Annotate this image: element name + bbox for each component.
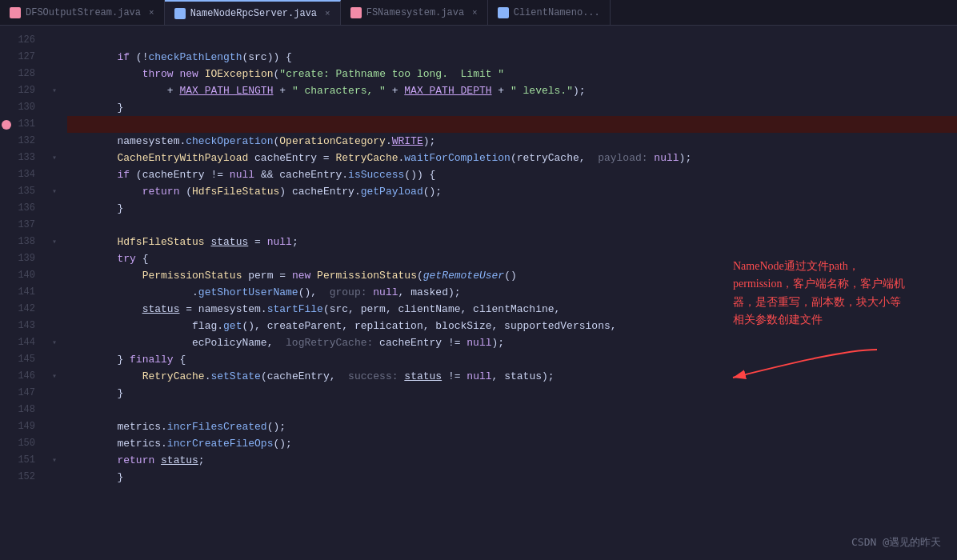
fold-142 (48, 301, 61, 318)
ln-129: 129 (0, 82, 42, 99)
code-line-133: if (cacheEntry != null && cacheEntry.isS… (67, 150, 957, 166)
code-line-137: HdfsFileStatus status = null; (67, 217, 957, 234)
tab-label-fsname: FSNamesystem.java (366, 7, 464, 18)
code-line-129: } (67, 82, 957, 99)
fold-139 (48, 250, 61, 267)
fold-152 (48, 469, 61, 486)
annotation-text: NameNode通过文件path，permission，客户端名称，客户端机器，… (733, 260, 905, 326)
editor-window: DFSOutputStream.java × NameNodeRpcServer… (0, 0, 957, 560)
fold-128 (48, 66, 61, 82)
tab-close-namenode[interactable]: × (325, 9, 330, 18)
fold-148 (48, 402, 61, 418)
code-line-130 (67, 99, 957, 116)
watermark: CSDN @遇见的昨天 (851, 534, 941, 550)
code-line-135: } (67, 183, 957, 200)
ln-140: 140 (0, 267, 42, 284)
tab-fsname[interactable]: FSNamesystem.java × (341, 0, 488, 25)
ln-138: 138 (0, 234, 42, 250)
ln-127: 127 (0, 49, 42, 66)
fold-137 (48, 217, 61, 234)
tab-label-namenode: NameNodeRpcServer.java (190, 8, 317, 19)
tab-icon-namenode (174, 8, 186, 19)
fold-150 (48, 435, 61, 452)
tab-close-fsname[interactable]: × (472, 8, 478, 18)
tab-label-client: ClientNameno... (514, 7, 600, 18)
code-line-127: throw new IOException("create: Pathname … (67, 49, 957, 66)
fold-135: ▾ (48, 183, 61, 200)
ln-144: 144 (0, 334, 42, 351)
code-line-131: namesystem.checkOperation(OperationCateg… (67, 116, 957, 133)
code-line-136 (67, 200, 957, 217)
code-line-148: metrics.incrFilesCreated(); (67, 402, 957, 418)
code-line-149: metrics.incrCreateFileOps(); (67, 418, 957, 435)
code-content[interactable]: if (!checkPathLength(src)) { throw new I… (61, 26, 957, 560)
ln-130: 130 (0, 99, 42, 116)
fold-141 (48, 284, 61, 301)
ln-147: 147 (0, 385, 42, 402)
line-number-gutter: 126 127 128 129 130 131 132 133 134 135 … (0, 26, 48, 560)
fold-140 (48, 267, 61, 284)
ln-151: 151 (0, 452, 42, 469)
ln-145: 145 (0, 351, 42, 368)
ln-126: 126 (0, 32, 42, 49)
annotation-box: NameNode通过文件path，permission，客户端名称，客户端机器，… (733, 258, 909, 330)
annotation-arrow (717, 342, 925, 390)
tab-client[interactable]: ClientNameno... (488, 0, 611, 25)
ln-150: 150 (0, 435, 42, 452)
code-line-138: try { (67, 234, 957, 250)
code-line-128: + MAX_PATH_LENGTH + " characters, " + MA… (67, 66, 957, 82)
fold-126 (48, 32, 61, 49)
tab-icon-dfs (10, 7, 21, 18)
fold-136 (48, 200, 61, 217)
fold-130 (48, 99, 61, 116)
fold-127 (48, 49, 61, 66)
fold-132 (48, 133, 61, 150)
ln-135: 135 (0, 183, 42, 200)
ln-149: 149 (0, 418, 42, 435)
ln-136: 136 (0, 200, 42, 217)
ln-142: 142 (0, 301, 42, 318)
tab-label-dfs: DFSOutputStream.java (26, 7, 141, 18)
fold-134 (48, 166, 61, 183)
fold-147 (48, 385, 61, 402)
fold-145 (48, 351, 61, 368)
ln-128: 128 (0, 66, 42, 82)
tab-icon-fsname (350, 7, 362, 18)
ln-141: 141 (0, 284, 42, 301)
code-line-132: CacheEntryWithPayload cacheEntry = Retry… (67, 133, 957, 150)
fold-144: ▾ (48, 334, 61, 351)
ln-134: 134 (0, 166, 42, 183)
ln-137: 137 (0, 217, 42, 234)
fold-151: ▾ (48, 452, 61, 469)
code-line-150: return status; (67, 435, 957, 452)
tab-bar: DFSOutputStream.java × NameNodeRpcServer… (0, 0, 957, 26)
fold-146: ▾ (48, 368, 61, 385)
code-line-151: } (67, 452, 957, 469)
tab-namenode[interactable]: NameNodeRpcServer.java × (165, 0, 341, 25)
code-line-134: return (HdfsFileStatus) cacheEntry.getPa… (67, 166, 957, 183)
code-line-126: if (!checkPathLength(src)) { (67, 32, 957, 49)
fold-149 (48, 418, 61, 435)
fold-gutter: ▾ ▾ ▾ ▾ ▾ ▾ ▾ (48, 26, 61, 560)
tab-close-dfs[interactable]: × (149, 8, 154, 18)
fold-129: ▾ (48, 82, 61, 99)
tab-dfs[interactable]: DFSOutputStream.java × (0, 0, 165, 25)
ln-139: 139 (0, 250, 42, 267)
ln-148: 148 (0, 402, 42, 418)
ln-146: 146 (0, 368, 42, 385)
fold-138: ▾ (48, 234, 61, 250)
fold-143 (48, 318, 61, 334)
ln-132: 132 (0, 133, 42, 150)
ln-152: 152 (0, 469, 42, 486)
ln-131: 131 (0, 116, 42, 133)
ln-143: 143 (0, 318, 42, 334)
fold-133: ▾ (48, 150, 61, 166)
fold-131 (48, 116, 61, 133)
tab-icon-client (498, 7, 509, 18)
editor-body: 126 127 128 129 130 131 132 133 134 135 … (0, 26, 957, 560)
ln-133: 133 (0, 150, 42, 166)
